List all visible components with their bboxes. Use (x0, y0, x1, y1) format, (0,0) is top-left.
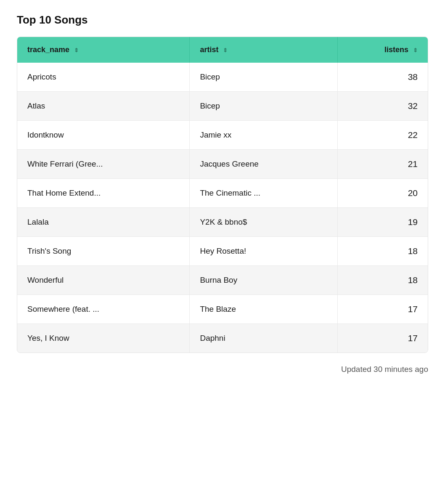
updated-timestamp: Updated 30 minutes ago (17, 365, 428, 374)
table-row: LalalaY2K & bbno$19 (17, 208, 428, 237)
cell-artist: Jamie xx (190, 121, 337, 150)
sort-icon-listens: ⇕ (413, 47, 418, 53)
cell-track-name: Idontknow (17, 121, 190, 150)
cell-track-name: Wonderful (17, 266, 190, 295)
cell-artist: The Cinematic ... (190, 179, 337, 208)
cell-listens: 19 (337, 208, 428, 237)
table-row: WonderfulBurna Boy18 (17, 266, 428, 295)
cell-listens: 17 (337, 295, 428, 324)
table-row: That Home Extend...The Cinematic ...20 (17, 179, 428, 208)
column-header-track-name[interactable]: track_name ⇕ (17, 37, 190, 63)
table-row: ApricotsBicep38 (17, 63, 428, 92)
cell-artist: Bicep (190, 92, 337, 121)
cell-listens: 20 (337, 179, 428, 208)
page-title: Top 10 Songs (17, 13, 428, 27)
cell-listens: 21 (337, 150, 428, 179)
table-row: White Ferrari (Gree...Jacques Greene21 (17, 150, 428, 179)
column-header-artist-label: artist (200, 45, 218, 54)
top-songs-table: track_name ⇕ artist ⇕ listens ⇕ Apricots… (17, 37, 428, 353)
table-row: AtlasBicep32 (17, 92, 428, 121)
table-row: Trish's SongHey Rosetta!18 (17, 237, 428, 266)
cell-listens: 38 (337, 63, 428, 92)
table-row: IdontknowJamie xx22 (17, 121, 428, 150)
table-header-row: track_name ⇕ artist ⇕ listens ⇕ (17, 37, 428, 63)
sort-icon-artist: ⇕ (223, 47, 228, 53)
sort-icon-track-name: ⇕ (74, 47, 79, 53)
cell-listens: 17 (337, 324, 428, 353)
table-row: Yes, I KnowDaphni17 (17, 324, 428, 353)
cell-track-name: Lalala (17, 208, 190, 237)
cell-artist: Y2K & bbno$ (190, 208, 337, 237)
column-header-listens-label: listens (384, 45, 408, 54)
cell-listens: 32 (337, 92, 428, 121)
cell-track-name: White Ferrari (Gree... (17, 150, 190, 179)
cell-track-name: Trish's Song (17, 237, 190, 266)
column-header-track-name-label: track_name (27, 45, 69, 54)
cell-artist: Hey Rosetta! (190, 237, 337, 266)
table-row: Somewhere (feat. ...The Blaze17 (17, 295, 428, 324)
cell-artist: Bicep (190, 63, 337, 92)
cell-listens: 18 (337, 237, 428, 266)
cell-listens: 22 (337, 121, 428, 150)
cell-track-name: Somewhere (feat. ... (17, 295, 190, 324)
cell-listens: 18 (337, 266, 428, 295)
cell-artist: Jacques Greene (190, 150, 337, 179)
cell-track-name: That Home Extend... (17, 179, 190, 208)
column-header-artist[interactable]: artist ⇕ (190, 37, 337, 63)
cell-artist: Burna Boy (190, 266, 337, 295)
cell-track-name: Yes, I Know (17, 324, 190, 353)
cell-track-name: Atlas (17, 92, 190, 121)
cell-artist: Daphni (190, 324, 337, 353)
cell-artist: The Blaze (190, 295, 337, 324)
cell-track-name: Apricots (17, 63, 190, 92)
column-header-listens[interactable]: listens ⇕ (337, 37, 428, 63)
